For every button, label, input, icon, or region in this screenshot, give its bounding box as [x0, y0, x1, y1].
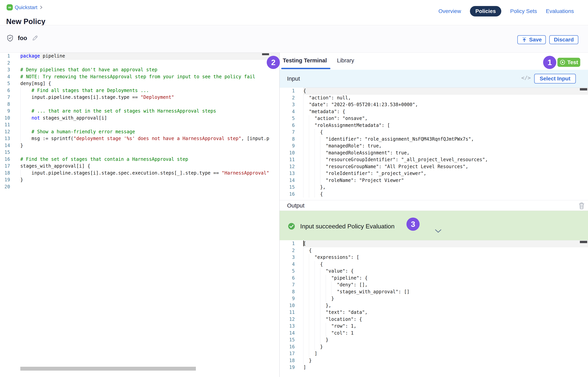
line-number: 10: [280, 302, 303, 309]
breadcrumb: ∞ Quickstart: [7, 4, 43, 11]
code-line: 11: [0, 121, 279, 129]
line-number: 14: [280, 177, 303, 184]
line-number: 2: [280, 247, 303, 254]
code-line: 9}: [280, 295, 588, 302]
line-number: 1: [280, 88, 303, 94]
code-line: 16# Find the set of stages that contain …: [0, 156, 279, 163]
code-line: 3# Deny pipelines that don't have an app…: [0, 66, 279, 73]
code-line: 7input.pipeline.stages[i].stage.type == …: [0, 94, 279, 101]
line-number: 3: [0, 66, 20, 73]
code-line: 13msg := sprintf("deployment stage '%s' …: [0, 135, 279, 142]
trash-icon[interactable]: [578, 202, 585, 209]
line-number: 18: [280, 357, 303, 364]
line-number: 8: [280, 288, 303, 295]
select-input-button[interactable]: Select Input: [534, 74, 576, 83]
play-icon: [560, 59, 565, 65]
line-number: 20: [0, 183, 20, 190]
top-header: ∞ Quickstart New Policy Overview Policie…: [0, 0, 588, 25]
output-section-header: Output: [280, 200, 588, 211]
terminal-tabs: Testing Terminal Library Test: [280, 53, 588, 70]
top-nav: Overview Policies Policy Sets Evaluation…: [438, 6, 574, 17]
code-brackets-icon[interactable]: </>: [521, 75, 531, 81]
line-number: 17: [0, 163, 20, 170]
line-number: 8: [0, 101, 20, 108]
line-number: 16: [280, 343, 303, 351]
scrollbar-thumb[interactable]: [580, 241, 587, 243]
policy-code[interactable]: 1package pipeline23# Deny pipelines that…: [0, 53, 279, 190]
output-json-editor[interactable]: 1[2{3"expressions": [4{5"value": {6"pipe…: [280, 240, 588, 377]
line-number: 5: [280, 115, 303, 122]
nav-evaluations[interactable]: Evaluations: [546, 8, 574, 14]
scrollbar-thumb[interactable]: [580, 88, 587, 91]
nav-policy-sets[interactable]: Policy Sets: [510, 8, 537, 14]
line-number: 11: [280, 156, 303, 163]
code-line: 16}: [280, 343, 588, 351]
line-number: 4: [280, 108, 303, 115]
line-number: 14: [280, 330, 303, 337]
code-line: 18input.pipeline.stages[i].stage.spec.ex…: [0, 170, 279, 177]
policy-editor-page: ∞ Quickstart New Policy Overview Policie…: [0, 0, 588, 377]
line-number: 13: [280, 170, 303, 177]
line-number: 6: [280, 122, 303, 129]
line-number: 17: [280, 350, 303, 357]
line-number: 12: [0, 129, 20, 135]
harness-logo-icon: ∞: [7, 4, 13, 11]
line-number: 5: [280, 268, 303, 275]
input-json-editor[interactable]: 1{2"action": null,3"date": "2022-05-05T2…: [280, 88, 588, 200]
discard-button[interactable]: Discard: [549, 35, 578, 44]
code-line: 19]: [280, 364, 588, 371]
banner-message: Input succeeded Policy Evaluation: [300, 223, 395, 230]
code-line: 15}: [280, 337, 588, 343]
line-number: 16: [0, 156, 20, 163]
nav-policies-active[interactable]: Policies: [470, 6, 501, 16]
annotation-callout-3: 3: [407, 218, 420, 231]
code-line: 6# Find all stages that are Deployments …: [0, 87, 279, 94]
annotation-callout-1: 1: [543, 56, 556, 69]
code-line: 4# NOTE: Try removing the HarnessApprova…: [0, 73, 279, 80]
test-button[interactable]: Test: [557, 58, 580, 67]
input-section-header: Input </> Select Input: [280, 70, 588, 88]
code-line: 2"action": null,: [280, 94, 588, 102]
code-line: 7"deny": [],: [280, 282, 588, 288]
code-line: 3"expressions": [: [280, 254, 588, 261]
breadcrumb-link-quickstart[interactable]: Quickstart: [15, 4, 37, 11]
code-line: 9# ... that are not in the set of stages…: [0, 108, 279, 115]
code-line: 12"resourceGroupName": "All Project Leve…: [280, 163, 588, 170]
line-number: 5: [0, 80, 20, 87]
line-number: 7: [280, 282, 303, 288]
content-area: 1package pipeline23# Deny pipelines that…: [0, 53, 588, 377]
save-button[interactable]: Save: [517, 35, 546, 44]
line-number: 15: [0, 149, 20, 156]
code-line: 8"identifier": "role_assignment_NsFQM43R…: [280, 136, 588, 143]
line-number: 10: [280, 150, 303, 156]
line-number: 2: [0, 60, 20, 67]
chevron-down-icon[interactable]: [434, 229, 442, 233]
line-number: 15: [280, 184, 303, 191]
policy-toolbar: foo Save Discard: [0, 25, 588, 53]
policy-code-editor[interactable]: 1package pipeline23# Deny pipelines that…: [0, 53, 279, 377]
line-number: 3: [280, 101, 303, 108]
line-number: 15: [280, 337, 303, 343]
code-line: 10},: [280, 302, 588, 309]
code-line: 17stages_with_approval[i] {: [0, 163, 279, 170]
code-line: 15: [0, 149, 279, 156]
testing-terminal-panel: Testing Terminal Library Test Input </> …: [279, 53, 588, 377]
line-number: 4: [280, 261, 303, 268]
line-number: 12: [280, 316, 303, 323]
code-line: 1{: [280, 88, 588, 94]
tab-library[interactable]: Library: [336, 57, 355, 64]
line-number: 19: [280, 364, 303, 371]
code-line: 4{: [280, 261, 588, 268]
code-line: 5"action": "onsave",: [280, 115, 588, 122]
horizontal-scrollbar[interactable]: [20, 367, 196, 371]
code-line: 11"text": "data",: [280, 309, 588, 316]
scrollbar-thumb[interactable]: [262, 53, 269, 55]
line-number: 12: [280, 163, 303, 170]
tab-testing-terminal[interactable]: Testing Terminal: [282, 57, 328, 64]
code-line: 13"roleIdentifier": "_project_viewer",: [280, 170, 588, 177]
edit-pencil-icon[interactable]: [31, 35, 38, 42]
line-number: 2: [280, 94, 303, 102]
code-line: 10not stages_with_approval[i]: [0, 115, 279, 122]
nav-overview[interactable]: Overview: [438, 8, 461, 14]
line-number: 9: [0, 108, 20, 115]
